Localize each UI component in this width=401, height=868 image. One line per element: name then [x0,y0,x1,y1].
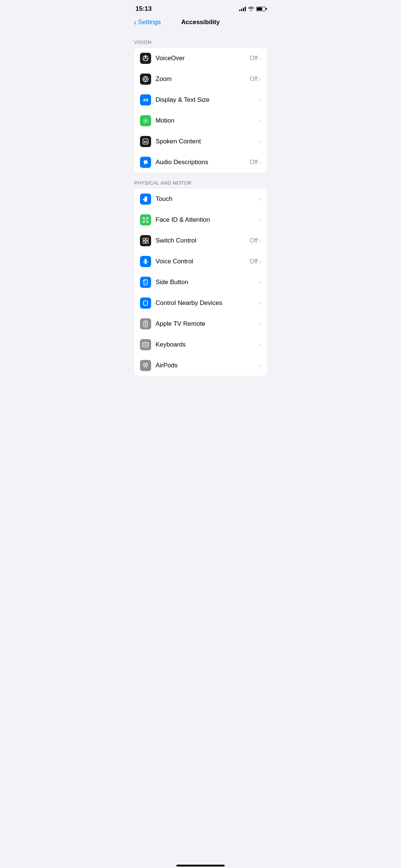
zoom-chevron-icon: › [259,76,261,82]
signal-icon [239,7,246,11]
status-time: 15:13 [136,5,151,13]
face-id-chevron-icon: › [259,217,261,223]
face-id-label: Face ID & Attention [156,216,210,224]
svg-rect-38 [147,345,148,346]
keyboards-icon [140,339,151,350]
svg-rect-14 [143,217,144,219]
voiceover-icon [140,53,151,64]
spoken-content-label: Spoken Content [156,138,201,145]
spoken-content-row[interactable]: 90 Spoken Content › [134,131,267,152]
switch-control-chevron-icon: › [259,238,261,244]
motion-chevron-icon: › [259,118,261,124]
svg-rect-35 [147,344,148,344]
voice-control-chevron-icon: › [259,259,261,264]
airpods-row[interactable]: AirPods › [134,355,267,376]
audio-descriptions-icon: " [140,157,151,168]
switch-control-label: Switch Control [156,237,196,244]
physical-motor-section: PHYSICAL AND MOTOR Touch › [128,173,273,376]
side-button-chevron-icon: › [259,279,261,285]
svg-rect-34 [146,344,147,344]
svg-rect-22 [143,241,145,243]
motion-label: Motion [156,117,175,124]
side-button-row[interactable]: Side Button › [134,272,267,293]
zoom-value: Off [250,75,258,83]
control-nearby-icon [140,298,151,309]
voiceover-row[interactable]: VoiceOver Off › [134,48,267,69]
switch-control-row[interactable]: Switch Control Off › [134,230,267,251]
nav-header: ‹ Settings Accessibility [128,16,273,32]
audio-descriptions-label: Audio Descriptions [156,159,208,166]
control-nearby-row[interactable]: Control Nearby Devices › [134,293,267,313]
svg-rect-23 [146,241,148,243]
switch-control-value: Off [250,237,258,244]
voice-control-icon [140,256,151,267]
control-nearby-label: Control Nearby Devices [156,299,222,307]
voice-control-row[interactable]: Voice Control Off › [134,251,267,272]
status-icons [239,7,265,11]
svg-point-19 [146,219,147,220]
svg-text:": " [145,160,146,163]
svg-point-39 [144,363,146,366]
back-button[interactable]: ‹ Settings [134,19,161,26]
face-id-row[interactable]: Face ID & Attention › [134,209,267,230]
physical-motor-label: PHYSICAL AND MOTOR [128,173,273,189]
wifi-icon [248,7,254,11]
vision-group: VoiceOver Off › Zoom [134,48,267,173]
keyboards-row[interactable]: Keyboards › [134,334,267,355]
svg-rect-33 [145,344,146,344]
audio-descriptions-value: Off [250,159,258,166]
touch-row[interactable]: Touch › [134,189,267,209]
svg-rect-17 [147,221,148,222]
svg-point-40 [146,363,148,366]
voiceover-chevron-icon: › [259,55,261,61]
svg-rect-26 [144,301,147,305]
audio-descriptions-chevron-icon: › [259,159,261,165]
apple-tv-chevron-icon: › [259,321,261,327]
switch-control-icon [140,235,151,246]
side-button-icon [140,277,151,288]
svg-text:90: 90 [144,140,147,144]
svg-rect-15 [147,217,148,219]
motion-icon [140,115,151,126]
zoom-row[interactable]: Zoom Off › [134,69,267,90]
face-id-icon [140,214,151,225]
display-chevron-icon: › [259,97,261,103]
touch-icon [140,194,151,205]
voice-control-value: Off [250,258,258,265]
airpods-chevron-icon: › [259,363,261,368]
vision-section-label: VISION [128,32,273,48]
back-chevron-icon: ‹ [134,19,137,26]
svg-point-18 [144,219,145,220]
display-text-size-label: Display & Text Size [156,96,209,104]
svg-point-3 [144,78,147,80]
display-text-size-row[interactable]: AA Display & Text Size › [134,90,267,110]
back-label: Settings [138,19,161,26]
physical-motor-group: Touch › Face ID & Attenti [134,189,267,376]
display-text-size-icon: AA [140,94,151,105]
battery-icon [256,7,265,11]
voice-control-label: Voice Control [156,258,193,265]
svg-rect-21 [146,238,148,240]
svg-rect-37 [145,345,147,346]
svg-rect-20 [143,238,145,240]
svg-point-10 [145,120,146,121]
vision-section: VISION VoiceOver Off › [128,32,273,173]
motion-row[interactable]: Motion › [134,110,267,131]
voiceover-value: Off [250,55,258,62]
touch-label: Touch [156,195,172,203]
svg-point-2 [143,77,148,82]
apple-tv-icon [140,318,151,329]
zoom-icon [140,74,151,85]
airpods-label: AirPods [156,362,178,369]
page-title: Accessibility [181,19,220,26]
zoom-label: Zoom [156,75,172,83]
apple-tv-label: Apple TV Remote [156,320,205,328]
svg-rect-16 [143,221,144,222]
spoken-chevron-icon: › [259,139,261,144]
audio-descriptions-row[interactable]: " Audio Descriptions Off › [134,152,267,173]
side-button-label: Side Button [156,279,188,286]
svg-point-0 [145,56,147,58]
voiceover-label: VoiceOver [156,55,185,62]
svg-rect-31 [143,342,149,347]
apple-tv-row[interactable]: Apple TV Remote › [134,313,267,334]
